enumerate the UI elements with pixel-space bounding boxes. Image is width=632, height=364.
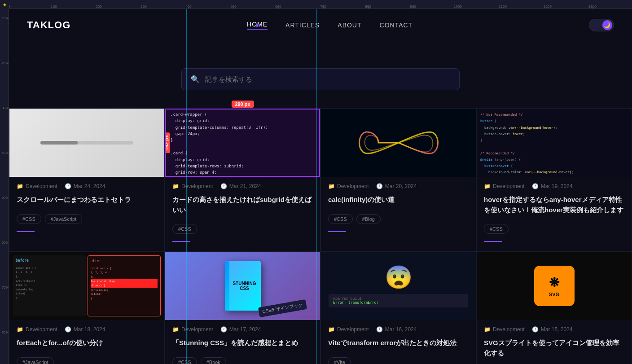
code-line-10: grid-row: span 4; bbox=[171, 169, 315, 175]
tag-css-2[interactable]: #CSS bbox=[172, 224, 197, 234]
ruler-mark-100: 100 bbox=[51, 4, 57, 9]
svg-icon: ❋ bbox=[549, 275, 559, 290]
hover-line-6 bbox=[480, 144, 628, 149]
folder-icon-1: 📁 bbox=[17, 183, 23, 189]
moon-icon: 🌙 bbox=[604, 22, 610, 28]
tag-css-4[interactable]: #CSS bbox=[484, 224, 509, 234]
card-code-image: 152 px .card-wrapper { display: grid; gr… bbox=[165, 109, 320, 177]
cards-row-2: before const arr = [ 1, 2, 3, 4 ]; arr.f… bbox=[9, 251, 632, 364]
card-title-2: カードの高さを揃えたければsubgridを使えばいい bbox=[165, 193, 320, 220]
card-title-3: calc(infinity)の使い道 bbox=[321, 193, 476, 211]
ruler-mark-1000: 1000 bbox=[454, 4, 462, 9]
nav-link-contact[interactable]: CONTACT bbox=[380, 22, 413, 29]
nav-link-articles[interactable]: ARTICLES bbox=[285, 22, 320, 29]
clock-icon-4: 🕐 bbox=[532, 183, 539, 189]
tag-css-1[interactable]: #CSS bbox=[17, 214, 41, 224]
card-meta-2: 📁 Development 🕐 Mar 21, 2024 bbox=[165, 177, 320, 193]
card-meta-1: 📁 Development 🕐 Mar 24, 2024 bbox=[9, 177, 164, 193]
clock-icon-8: 🕐 bbox=[532, 326, 539, 333]
cards-grid-2: before const arr = [ 1, 2, 3, 4 ]; arr.f… bbox=[9, 251, 632, 364]
folder-icon-4: 📁 bbox=[484, 183, 491, 189]
card-code-compare: before const arr = [ 1, 2, 3, 4 ]; arr.f… bbox=[9, 251, 165, 364]
card-category-3: 📁 Development bbox=[328, 183, 369, 189]
card-svg-image: ❋ SVG bbox=[477, 252, 632, 320]
ruler-v-mark-200: 200 bbox=[2, 61, 9, 65]
code-line-8: display: grid; bbox=[171, 157, 315, 163]
card-face: 😨 npm run build Error: transformError 📁 … bbox=[320, 251, 476, 364]
category-label-5: Development bbox=[26, 326, 57, 333]
ruler-left-inner: 100 200 300 400 500 600 700 800 900 bbox=[0, 9, 9, 364]
guideline-vertical-2 bbox=[316, 9, 317, 364]
tag-blog-3[interactable]: #Blog bbox=[356, 214, 381, 224]
hover-line-8: @media (any-hover) { bbox=[480, 157, 628, 162]
clock-icon-1: 🕐 bbox=[65, 183, 71, 189]
tag-js-1[interactable]: #JavaScript bbox=[45, 214, 82, 224]
page-content: TAKLOG HOME ARTICLES ABOUT CONTACT 🌙 🔍 bbox=[9, 9, 632, 364]
card-category-5: 📁 Development bbox=[17, 326, 57, 333]
code-line-5: } bbox=[171, 137, 315, 143]
scrollbar-thumb bbox=[40, 141, 78, 145]
category-label-3: Development bbox=[337, 183, 369, 189]
ruler-mark-800: 800 bbox=[365, 4, 371, 9]
hover-line-9: button:hover { bbox=[480, 163, 628, 168]
card-category-2: 📁 Development bbox=[172, 183, 213, 189]
nav-link-about[interactable]: ABOUT bbox=[338, 22, 361, 29]
book-spine bbox=[225, 261, 229, 311]
tag-book-6[interactable]: #Book bbox=[201, 357, 226, 364]
code-block: .card-wrapper { display: grid; grid-temp… bbox=[171, 111, 315, 177]
category-label-1: Development bbox=[26, 183, 57, 189]
tag-vite-7[interactable]: #Vite bbox=[328, 357, 351, 364]
ruler-v-mark-800: 800 bbox=[2, 330, 9, 334]
nav-links: HOME ARTICLES ABOUT CONTACT bbox=[247, 21, 413, 30]
category-label-8: Development bbox=[493, 326, 525, 333]
guideline-vertical bbox=[186, 9, 187, 364]
card-category-7: 📁 Development bbox=[328, 326, 369, 333]
code-line-6 bbox=[171, 144, 315, 150]
clock-icon-5: 🕐 bbox=[65, 326, 71, 333]
code-line-11: } bbox=[171, 176, 315, 177]
ruler-mark-400: 400 bbox=[185, 4, 191, 9]
card-code-compare-image: before const arr = [ 1, 2, 3, 4 ]; arr.f… bbox=[9, 252, 164, 320]
date-label-3: Mar 20, 2024 bbox=[385, 183, 417, 189]
ruler-v-mark-600: 600 bbox=[2, 241, 9, 245]
infinity-svg bbox=[358, 125, 439, 161]
tag-css-3[interactable]: #CSS bbox=[328, 214, 353, 224]
card-title-7: Viteでtransform errorが出たときの対処法 bbox=[321, 336, 476, 354]
code-line-9: grid-template-rows: subgrid; bbox=[171, 163, 315, 169]
search-icon: 🔍 bbox=[191, 75, 200, 83]
card-tags-4: #CSS bbox=[477, 220, 632, 236]
folder-icon-5: 📁 bbox=[17, 326, 23, 333]
theme-toggle[interactable]: 🌙 bbox=[589, 19, 614, 31]
ruler-star-icon: ★ bbox=[3, 2, 7, 7]
ruler-mark-0: 0 bbox=[9, 4, 10, 9]
card-meta-6: 📁 Development 🕐 Mar 17, 2024 bbox=[165, 320, 320, 336]
code-line-3: grid-template-columns: repeat(3, 1fr); bbox=[171, 124, 315, 131]
tag-css-6[interactable]: #CSS bbox=[172, 357, 197, 364]
card-title-6: 「Stunning CSS」を読んだ感想とまとめ bbox=[165, 336, 320, 354]
card-infinity: 📁 Development 🕐 Mar 20, 2024 calc(infini… bbox=[320, 108, 476, 251]
card-face-image: 😨 npm run build Error: transformError bbox=[321, 252, 476, 320]
book-subtitle: CSSデザインブック bbox=[258, 299, 307, 317]
hover-line-7: /* Recommended */ bbox=[480, 151, 628, 156]
category-label-7: Development bbox=[337, 326, 369, 333]
search-input[interactable] bbox=[205, 75, 450, 83]
tag-js-5[interactable]: #JavaScript bbox=[17, 357, 54, 364]
folder-icon-7: 📁 bbox=[328, 326, 335, 333]
card-tags-3: #CSS #Blog bbox=[321, 211, 476, 226]
face-emoji: 😨 bbox=[385, 264, 413, 290]
hover-line-4: button-hover: hover; bbox=[480, 132, 628, 136]
card-divider-1 bbox=[17, 231, 35, 232]
folder-icon-2: 📁 bbox=[172, 183, 179, 189]
ruler-v-mark-700: 700 bbox=[2, 285, 9, 289]
date-label-5: Mar 18, 2024 bbox=[74, 326, 105, 333]
clock-icon-2: 🕐 bbox=[220, 183, 227, 189]
card-date-4: 🕐 Mar 19, 2024 bbox=[532, 183, 573, 189]
date-label-7: Mar 16, 2024 bbox=[385, 326, 417, 333]
cards-grid-1: 📁 Development 🕐 Mar 24, 2024 スクロールバーにまつわ… bbox=[9, 108, 632, 251]
nav-home-wrapper: HOME bbox=[247, 21, 268, 30]
code-panel-left: before const arr = [ 1, 2, 3, 4 ]; arr.f… bbox=[13, 255, 86, 316]
ruler-v-mark-500: 500 bbox=[2, 196, 9, 200]
clock-icon-3: 🕐 bbox=[376, 183, 383, 189]
code-line-7: .card { bbox=[171, 150, 315, 156]
card-tags-7: #Vite bbox=[321, 354, 476, 364]
